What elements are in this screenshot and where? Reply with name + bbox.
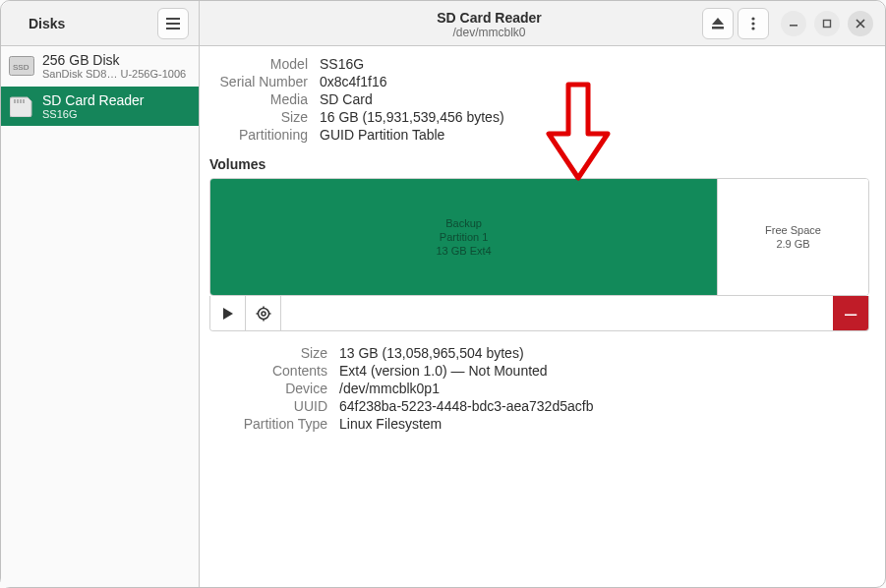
main-area: SSD 256 GB Disk SanDisk SD8… U-256G-1006… xyxy=(1,46,885,587)
label-part-type: Partition Type xyxy=(209,416,327,432)
volume-settings-button[interactable] xyxy=(246,296,281,330)
volume-size-fs: 13 GB Ext4 xyxy=(436,244,491,258)
label-part-size: Size xyxy=(209,345,327,361)
eject-button[interactable] xyxy=(702,8,734,39)
value-size: 16 GB (15,931,539,456 bytes) xyxy=(320,109,869,125)
svg-point-13 xyxy=(262,312,266,316)
titlebar: Disks SD Card Reader /dev/mmcblk0 xyxy=(1,1,885,46)
value-partitioning: GUID Partition Table xyxy=(320,127,869,143)
label-serial: Serial Number xyxy=(209,74,308,89)
minimize-icon xyxy=(789,19,798,29)
gear-icon xyxy=(256,306,271,322)
close-icon xyxy=(856,19,865,29)
value-part-size: 13 GB (13,058,965,504 bytes) xyxy=(339,345,869,361)
svg-point-12 xyxy=(258,308,268,319)
titlebar-left: Disks xyxy=(1,1,200,45)
app-title: Disks xyxy=(9,16,65,31)
window-minimize-button[interactable] xyxy=(781,11,806,36)
value-uuid: 64f238ba-5223-4448-bdc3-aea732d5acfb xyxy=(339,398,869,414)
label-media: Media xyxy=(209,91,308,107)
svg-rect-9 xyxy=(17,99,19,103)
sidebar-item-sdcard[interactable]: SD Card Reader SS16G xyxy=(1,87,199,127)
content-pane: Model SS16G Serial Number 0x8c4f1f16 Med… xyxy=(200,46,885,587)
drive-sidebar: SSD 256 GB Disk SanDisk SD8… U-256G-1006… xyxy=(1,46,200,587)
delete-partition-button[interactable]: – xyxy=(833,296,868,330)
svg-rect-10 xyxy=(20,99,22,103)
label-size: Size xyxy=(209,109,308,125)
value-contents: Ext4 (version 1.0) — Not Mounted xyxy=(339,363,869,379)
drive-menu-button[interactable] xyxy=(738,8,769,39)
drive-subtitle: /dev/mmcblk0 xyxy=(278,27,700,39)
volumes-diagram: Backup Partition 1 13 GB Ext4 Free Space… xyxy=(209,178,869,296)
label-device: Device xyxy=(209,381,327,396)
svg-rect-5 xyxy=(824,20,831,27)
free-space-size: 2.9 GB xyxy=(776,237,809,251)
sidebar-item-subtitle: SS16G xyxy=(42,108,145,121)
partition-info-table: Size 13 GB (13,058,965,504 bytes) Conten… xyxy=(209,345,869,432)
label-uuid: UUID xyxy=(209,398,327,414)
sidebar-item-title: 256 GB Disk xyxy=(42,52,186,68)
mount-button[interactable] xyxy=(210,296,246,330)
svg-rect-0 xyxy=(712,27,724,29)
titlebar-center: SD Card Reader /dev/mmcblk0 xyxy=(200,1,885,45)
app-menu-button[interactable] xyxy=(157,8,189,39)
free-space-label: Free Space xyxy=(765,223,821,237)
drive-info-table: Model SS16G Serial Number 0x8c4f1f16 Med… xyxy=(209,56,869,143)
maximize-icon xyxy=(822,19,832,29)
svg-text:SSD: SSD xyxy=(13,63,30,72)
window-close-button[interactable] xyxy=(848,11,873,36)
title-group: SD Card Reader /dev/mmcblk0 xyxy=(278,7,700,39)
kebab-icon xyxy=(751,17,755,30)
svg-rect-11 xyxy=(23,99,25,103)
volume-name: Backup xyxy=(445,216,482,230)
sdcard-icon xyxy=(9,95,34,117)
volumes-heading: Volumes xyxy=(209,156,869,172)
volume-partition-1[interactable]: Backup Partition 1 13 GB Ext4 xyxy=(210,179,717,295)
label-partitioning: Partitioning xyxy=(209,127,308,143)
toolbar-spacer xyxy=(281,296,833,330)
sidebar-item-subtitle: SanDisk SD8… U-256G-1006 xyxy=(42,68,186,81)
svg-point-1 xyxy=(751,17,754,20)
sidebar-item-disk[interactable]: SSD 256 GB Disk SanDisk SD8… U-256G-1006 xyxy=(1,46,199,87)
value-device: /dev/mmcblk0p1 xyxy=(339,381,869,396)
value-part-type: Linux Filesystem xyxy=(339,416,869,432)
label-contents: Contents xyxy=(209,363,327,379)
disks-app-window: Disks SD Card Reader /dev/mmcblk0 xyxy=(0,0,886,588)
play-icon xyxy=(222,307,234,321)
value-model: SS16G xyxy=(320,56,869,72)
value-media: SD Card xyxy=(320,91,869,107)
eject-icon xyxy=(711,17,725,30)
label-model: Model xyxy=(209,56,308,72)
hamburger-icon xyxy=(166,18,180,29)
drive-title: SD Card Reader xyxy=(278,11,700,26)
volume-partition-label: Partition 1 xyxy=(440,230,489,244)
sidebar-item-title: SD Card Reader xyxy=(42,92,145,108)
value-serial: 0x8c4f1f16 xyxy=(320,74,869,89)
window-maximize-button[interactable] xyxy=(814,11,840,36)
minus-icon: – xyxy=(845,303,856,324)
svg-rect-4 xyxy=(790,25,797,27)
svg-rect-8 xyxy=(14,99,16,103)
svg-point-2 xyxy=(751,22,754,25)
volume-toolbar: – xyxy=(209,296,869,331)
svg-point-3 xyxy=(751,27,754,29)
ssd-icon: SSD xyxy=(9,55,34,77)
volume-free-space[interactable]: Free Space 2.9 GB xyxy=(717,179,868,295)
